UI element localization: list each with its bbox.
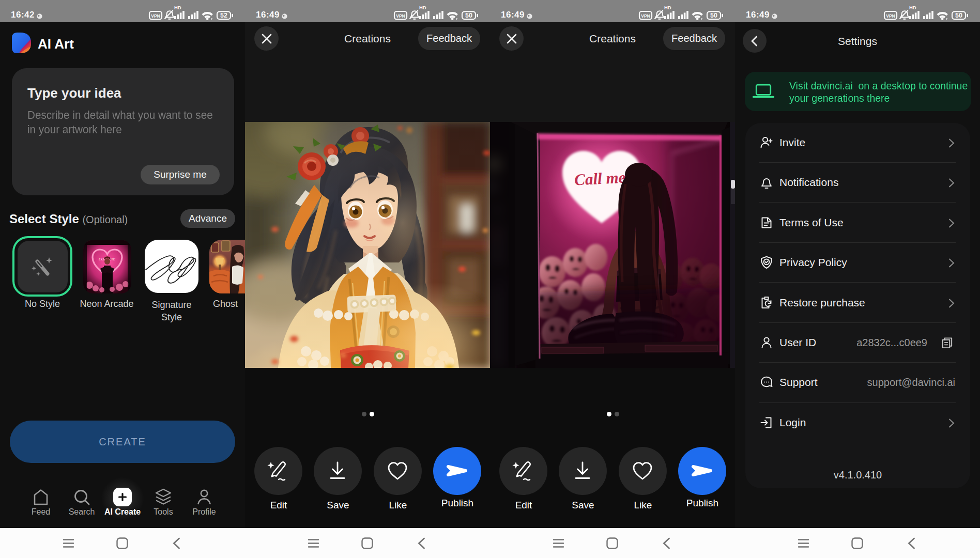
svg-text:Call me: Call me bbox=[574, 168, 626, 189]
